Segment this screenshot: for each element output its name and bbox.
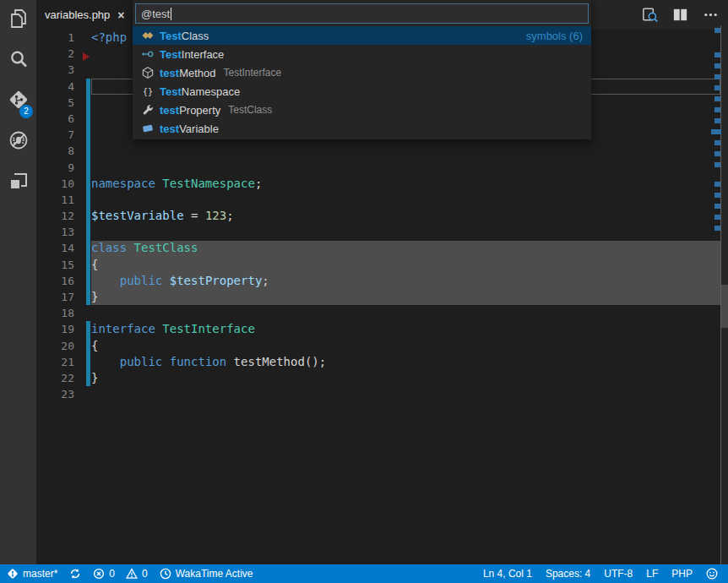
code-line[interactable]: 8	[36, 143, 728, 159]
line-number: 6	[36, 111, 74, 127]
code-line[interactable]: 21 public function testMethod();	[36, 354, 728, 370]
close-icon[interactable]: ×	[117, 8, 124, 22]
git-branch-indicator[interactable]: master*	[7, 564, 57, 583]
git-modified-bar	[86, 208, 90, 224]
code-line[interactable]: 22}	[36, 370, 728, 386]
cursor-position[interactable]: Ln 4, Col 1	[483, 564, 532, 583]
quick-open-item[interactable]: testVariable	[133, 119, 591, 138]
git-modified-bar	[86, 160, 90, 176]
git-modified-bar	[86, 127, 90, 143]
quick-open-item[interactable]: TestClasssymbols (6)	[133, 26, 591, 45]
problems-indicator[interactable]: 0 0	[93, 564, 147, 583]
line-number: 17	[36, 289, 74, 305]
code-line[interactable]: 19interface TestInterface	[36, 321, 728, 337]
feedback-smiley-button[interactable]	[706, 564, 718, 583]
branch-label: master*	[23, 568, 57, 580]
git-modified-bar	[86, 354, 90, 370]
code-line[interactable]: 10namespace TestNamespace;	[36, 176, 728, 192]
line-number: 23	[36, 386, 74, 402]
symbol-detail: TestClass	[228, 104, 272, 116]
quick-open-item[interactable]: {}TestNamespace	[133, 82, 591, 101]
debug-icon	[8, 129, 30, 155]
indentation-indicator[interactable]: Spaces: 4	[546, 564, 590, 583]
warning-icon	[126, 568, 138, 580]
symbol-method-icon	[141, 66, 155, 79]
code-line[interactable]: 14class TestClass	[36, 240, 728, 256]
git-modified-bar	[86, 192, 90, 208]
warning-count: 0	[142, 568, 148, 580]
line-number: 11	[36, 192, 74, 208]
error-icon	[93, 568, 105, 580]
quick-open-item[interactable]: testPropertyTestClass	[133, 101, 591, 119]
sidebar-item-source-control[interactable]: 2	[0, 81, 36, 122]
code-line[interactable]: 17}	[36, 289, 728, 305]
vscode-window: 2 variables.php ×	[0, 0, 728, 583]
code-text: {	[91, 338, 98, 354]
tab-variables-php[interactable]: variables.php ×	[36, 0, 135, 30]
git-modified-bar	[86, 289, 90, 305]
git-modified-bar	[86, 224, 90, 240]
open-changes-icon[interactable]	[641, 6, 659, 24]
code-line[interactable]: 16 public $testProperty;	[36, 273, 728, 289]
ruler-modified-mark	[714, 193, 720, 198]
git-modified-bar	[86, 95, 90, 111]
sidebar-item-extensions[interactable]	[0, 162, 36, 203]
wakatime-label: WakaTime Active	[176, 568, 253, 580]
quick-open-input[interactable]: @test	[135, 3, 589, 24]
code-line[interactable]: 18	[36, 305, 728, 321]
git-modified-bar	[86, 257, 90, 273]
sidebar-item-explorer[interactable]	[0, 0, 36, 41]
ruler-modified-mark	[714, 182, 720, 187]
more-actions-icon[interactable]	[702, 6, 720, 24]
ruler-modified-mark	[714, 118, 720, 123]
code-line[interactable]: 15{	[36, 257, 728, 273]
git-modified-bar	[86, 240, 90, 256]
git-modified-bar	[86, 273, 90, 289]
ruler-cursor-mark	[711, 129, 721, 134]
svg-text:{}: {}	[143, 87, 153, 96]
code-line[interactable]: 23	[36, 386, 728, 402]
clock-icon	[160, 568, 171, 580]
sidebar-item-debug[interactable]	[0, 122, 36, 162]
extensions-icon	[8, 170, 30, 195]
eol-indicator[interactable]: LF	[646, 564, 658, 583]
code-text: <?php	[91, 30, 127, 46]
symbol-label: TestInterface	[160, 48, 224, 61]
line-number: 9	[36, 160, 74, 176]
sidebar-item-search[interactable]	[0, 41, 36, 81]
quick-open-item[interactable]: TestInterface	[133, 45, 591, 63]
line-number: 8	[36, 143, 74, 159]
git-modified-bar	[86, 176, 90, 192]
sync-button[interactable]	[69, 564, 81, 583]
line-number: 20	[36, 338, 74, 354]
ruler-modified-mark	[714, 107, 720, 112]
symbols-count-badge: symbols (6)	[526, 30, 591, 42]
quick-open-item[interactable]: testMethodTestInterface	[133, 63, 591, 82]
code-text: public $testProperty;	[91, 273, 269, 289]
split-editor-icon[interactable]	[671, 6, 689, 24]
code-line[interactable]: 20{	[36, 338, 728, 354]
git-modified-bar	[86, 79, 90, 95]
git-modified-bar	[86, 143, 90, 159]
line-number: 10	[36, 176, 74, 192]
code-text: class TestClass	[91, 240, 198, 256]
ruler-modified-mark	[714, 215, 720, 220]
code-line[interactable]: 13	[36, 224, 728, 240]
encoding-indicator[interactable]: UTF-8	[604, 564, 633, 583]
code-line[interactable]: 12$testVariable = 123;	[36, 208, 728, 224]
symbol-property-icon	[141, 103, 155, 117]
line-number: 21	[36, 354, 74, 370]
language-mode[interactable]: PHP	[671, 564, 693, 583]
line-number: 13	[36, 224, 74, 240]
git-modified-bar	[86, 370, 90, 386]
wakatime-status[interactable]: WakaTime Active	[160, 564, 253, 583]
ruler-modified-mark	[714, 204, 720, 209]
code-line[interactable]: 11	[36, 192, 728, 208]
git-modified-bar	[86, 338, 90, 354]
symbol-interface-icon	[141, 47, 155, 61]
code-line[interactable]: 9	[36, 160, 728, 176]
line-number: 14	[36, 240, 74, 256]
line-number: 4	[36, 79, 74, 95]
sync-icon	[69, 568, 81, 580]
git-modified-bar	[86, 321, 90, 337]
